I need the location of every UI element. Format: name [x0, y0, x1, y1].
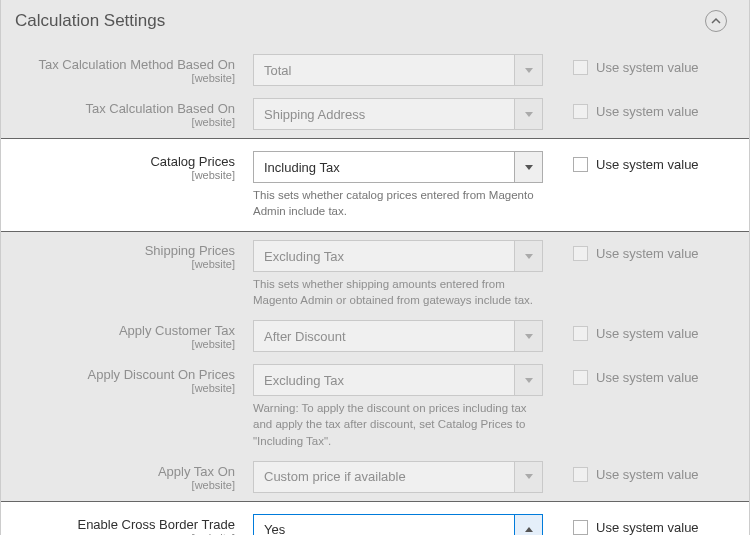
scope-label: [website]: [1, 338, 235, 350]
use-system-value-label: Use system value: [596, 520, 699, 535]
field-label: Apply Tax On: [1, 464, 235, 479]
select-value: Excluding Tax: [254, 241, 514, 271]
field-label: Apply Customer Tax: [1, 323, 235, 338]
use-system-value-label: Use system value: [596, 370, 699, 385]
use-system-value-label: Use system value: [596, 467, 699, 482]
fieldset: Tax Calculation Method Based On [website…: [1, 48, 749, 535]
field-hint: This sets whether shipping amounts enter…: [253, 276, 543, 308]
customer-tax-select[interactable]: After Discount: [253, 320, 543, 352]
use-system-value-label: Use system value: [596, 104, 699, 119]
select-value: Custom price if available: [254, 462, 514, 492]
field-customer-tax: Apply Customer Tax [website] After Disco…: [1, 314, 749, 358]
use-system-value-label: Use system value: [596, 246, 699, 261]
scope-label: [website]: [1, 72, 235, 84]
collapse-toggle[interactable]: [705, 10, 727, 32]
use-system-value-label: Use system value: [596, 157, 699, 172]
section-header: Calculation Settings: [1, 0, 749, 48]
scope-label: [website]: [1, 258, 235, 270]
section-title: Calculation Settings: [15, 11, 165, 31]
use-system-value-checkbox[interactable]: [573, 157, 588, 172]
field-label: Apply Discount On Prices: [1, 367, 235, 382]
chevron-down-icon: [514, 241, 542, 271]
field-catalog-prices: Catalog Prices [website] Including Tax T…: [1, 138, 749, 232]
catalog-prices-select[interactable]: Including Tax: [253, 151, 543, 183]
select-value: Including Tax: [254, 152, 514, 182]
use-system-value-checkbox[interactable]: [573, 246, 588, 261]
calculation-settings-section: Calculation Settings Tax Calculation Met…: [0, 0, 750, 535]
select-value: Total: [254, 55, 514, 85]
field-hint: This sets whether catalog prices entered…: [253, 187, 543, 219]
select-value: Excluding Tax: [254, 365, 514, 395]
use-system-value-checkbox[interactable]: [573, 467, 588, 482]
chevron-down-icon: [514, 462, 542, 492]
field-discount-on-prices: Apply Discount On Prices [website] Exclu…: [1, 358, 749, 454]
chevron-down-icon: [514, 152, 542, 182]
field-shipping-prices: Shipping Prices [website] Excluding Tax …: [1, 234, 749, 314]
field-hint: Warning: To apply the discount on prices…: [253, 400, 543, 448]
chevron-down-icon: [514, 55, 542, 85]
field-tax-based-on: Tax Calculation Based On [website] Shipp…: [1, 92, 749, 136]
field-label: Tax Calculation Method Based On: [1, 57, 235, 72]
scope-label: [website]: [1, 169, 235, 181]
scope-label: [website]: [1, 479, 235, 491]
chevron-down-icon: [514, 99, 542, 129]
use-system-value-label: Use system value: [596, 60, 699, 75]
use-system-value-checkbox[interactable]: [573, 104, 588, 119]
use-system-value-checkbox[interactable]: [573, 326, 588, 341]
use-system-value-checkbox[interactable]: [573, 60, 588, 75]
field-cross-border-trade: Enable Cross Border Trade [website] Yes …: [1, 501, 749, 535]
field-tax-method: Tax Calculation Method Based On [website…: [1, 48, 749, 92]
tax-based-on-select[interactable]: Shipping Address: [253, 98, 543, 130]
apply-tax-on-select[interactable]: Custom price if available: [253, 461, 543, 493]
field-label: Shipping Prices: [1, 243, 235, 258]
select-value: Shipping Address: [254, 99, 514, 129]
discount-on-prices-select[interactable]: Excluding Tax: [253, 364, 543, 396]
select-value: After Discount: [254, 321, 514, 351]
field-apply-tax-on: Apply Tax On [website] Custom price if a…: [1, 455, 749, 499]
use-system-value-checkbox[interactable]: [573, 520, 588, 535]
chevron-down-icon: [514, 365, 542, 395]
tax-method-select[interactable]: Total: [253, 54, 543, 86]
cross-border-trade-select[interactable]: Yes: [253, 514, 543, 535]
shipping-prices-select[interactable]: Excluding Tax: [253, 240, 543, 272]
field-label: Tax Calculation Based On: [1, 101, 235, 116]
scope-label: [website]: [1, 382, 235, 394]
field-label: Enable Cross Border Trade: [1, 517, 235, 532]
chevron-up-icon: [514, 515, 542, 535]
field-label: Catalog Prices: [1, 154, 235, 169]
scope-label: [website]: [1, 116, 235, 128]
use-system-value-checkbox[interactable]: [573, 370, 588, 385]
chevron-up-icon: [711, 16, 721, 26]
use-system-value-label: Use system value: [596, 326, 699, 341]
select-value: Yes: [254, 515, 514, 535]
scope-label: [website]: [1, 532, 235, 535]
chevron-down-icon: [514, 321, 542, 351]
